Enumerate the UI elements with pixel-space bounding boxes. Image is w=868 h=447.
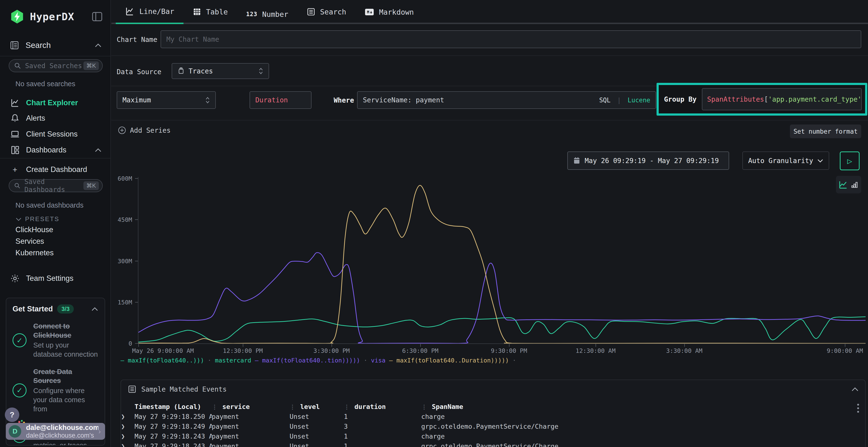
column-header-duration[interactable]: ⋮duration bbox=[344, 402, 421, 412]
column-resize-handle[interactable]: ⋮ bbox=[421, 404, 427, 410]
sidebar-item-client-sessions[interactable]: Client Sessions bbox=[10, 127, 102, 141]
table-row[interactable]: ❯May 27 9:29:18.250 AMpaymentUnset1charg… bbox=[121, 412, 858, 421]
tab-bar: Line/BarTable123NumberSearchMMarkdown bbox=[112, 0, 868, 24]
data-source-label: Data Source bbox=[117, 68, 161, 76]
lucene-label[interactable]: Lucene bbox=[628, 97, 650, 104]
x-tick-mark bbox=[138, 344, 139, 347]
column-header-label: service bbox=[222, 403, 250, 410]
help-label: ? bbox=[10, 410, 14, 419]
column-header-label: duration bbox=[354, 403, 386, 410]
chevron-up-icon[interactable] bbox=[94, 43, 102, 47]
chevron-up-icon[interactable] bbox=[91, 307, 98, 311]
chart-legend[interactable]: — maxIf(toFloat640..))) · mastercard — m… bbox=[121, 357, 520, 364]
sidebar-collapse-icon[interactable] bbox=[92, 11, 103, 22]
list-icon bbox=[307, 7, 315, 16]
run-query-button[interactable]: ▷ bbox=[840, 151, 860, 170]
tab-search[interactable]: Search bbox=[298, 0, 355, 23]
legend-item[interactable]: — maxIf(toFloat640..Duration))))) · bbox=[389, 357, 520, 364]
set-number-format-button[interactable]: Set number format bbox=[790, 125, 861, 138]
field-value: Duration bbox=[255, 96, 288, 104]
column-header-spanname[interactable]: ⋮SpanName bbox=[421, 402, 858, 412]
nav-label: Dashboards bbox=[26, 146, 66, 154]
row-expand-chevron[interactable]: ❯ bbox=[121, 441, 134, 447]
preset-clickhouse[interactable]: ClickHouse bbox=[16, 226, 53, 234]
column-header-level[interactable]: ⋮level bbox=[289, 402, 344, 412]
column-resize-handle[interactable]: ⋮ bbox=[212, 404, 217, 410]
tab-label: Number bbox=[262, 10, 288, 19]
x-tick-label: 6:30:00 PM bbox=[402, 347, 439, 354]
shortcut-badge: ⌘K bbox=[84, 181, 99, 190]
x-tick-label: 3:30:00 PM bbox=[313, 347, 350, 354]
presets-toggle[interactable]: PRESETS bbox=[16, 215, 59, 223]
expander-column bbox=[121, 402, 134, 412]
sidebar-item-dashboards[interactable]: Dashboards bbox=[10, 143, 102, 157]
cell-level: Unset bbox=[289, 431, 344, 441]
tab-table[interactable]: Table bbox=[184, 0, 237, 23]
tab-label: Line/Bar bbox=[140, 7, 174, 16]
tab-number[interactable]: 123Number bbox=[237, 3, 298, 26]
add-series-button[interactable]: Add Series bbox=[118, 126, 171, 134]
chart-name-label: Chart Name bbox=[117, 36, 157, 44]
tab-label: Markdown bbox=[379, 8, 414, 16]
table-row[interactable]: ❯May 27 9:29:18.243 AMpaymentUnset1grpc.… bbox=[121, 441, 858, 447]
aggregation-select[interactable]: Maximum bbox=[117, 91, 216, 109]
create-dashboard-button[interactable]: + Create Dashboard bbox=[10, 163, 102, 176]
help-button[interactable]: ? bbox=[5, 408, 19, 422]
row-expand-chevron[interactable]: ❯ bbox=[121, 412, 134, 421]
table-row[interactable]: ❯May 27 9:29:18.249 AMpaymentUnset3grpc.… bbox=[121, 421, 858, 431]
column-header-timestamp-local-[interactable]: Timestamp (Local) bbox=[134, 402, 212, 412]
saved-searches-input[interactable]: Saved Searches ⌘K bbox=[9, 59, 103, 72]
legend-separator: · bbox=[360, 357, 371, 364]
nav-label: Chart Explorer bbox=[26, 99, 78, 107]
check-circle-icon: ✓ bbox=[12, 333, 27, 347]
column-resize-handle[interactable]: ⋮ bbox=[289, 404, 296, 410]
kebab-menu-icon[interactable] bbox=[857, 403, 860, 413]
column-header-service[interactable]: ⋮service bbox=[212, 402, 289, 412]
data-source-select[interactable]: Traces bbox=[172, 63, 269, 79]
user-menu[interactable]: D dale@clickhouse.com dale@clickhouse.co… bbox=[6, 423, 105, 440]
field-input[interactable]: Duration bbox=[250, 91, 311, 109]
legend-item[interactable]: — maxIf(toFloat640..))) · mastercard bbox=[121, 357, 255, 364]
sidebar-section-search-label: Search bbox=[26, 41, 51, 50]
date-range-input[interactable]: May 26 09:29:19 - May 27 09:29:19 bbox=[567, 151, 729, 170]
chevron-up-icon[interactable] bbox=[851, 387, 859, 391]
y-tick-label: 0 bbox=[128, 340, 132, 347]
sidebar-item-alerts[interactable]: Alerts bbox=[10, 111, 102, 125]
sql-mode-toggle[interactable]: SQL | Lucene bbox=[599, 97, 650, 104]
granularity-select[interactable]: Auto Granularity bbox=[742, 151, 829, 170]
preset-services[interactable]: Services bbox=[16, 237, 44, 246]
x-tick-label: 9:30:00 PM bbox=[491, 347, 527, 354]
cell-duration: 1 bbox=[344, 412, 421, 421]
get-started-item[interactable]: ✓ Connect to ClickHouse Set up your data… bbox=[12, 322, 98, 359]
cell-spanname: charge bbox=[421, 412, 858, 421]
tab-markdown[interactable]: MMarkdown bbox=[355, 1, 423, 23]
get-started-item-subtitle: Set up your database connection bbox=[33, 341, 98, 359]
group-by-input[interactable]: SpanAttributes['app.payment.card_type'] bbox=[702, 88, 862, 110]
sidebar-item-chart-explorer[interactable]: Chart Explorer bbox=[10, 96, 102, 110]
get-started-item[interactable]: ✓ Create Data Sources Configure where yo… bbox=[12, 367, 98, 414]
row-expand-chevron[interactable]: ❯ bbox=[121, 421, 134, 431]
chart-name-input[interactable]: My Chart Name bbox=[161, 30, 861, 48]
preset-kubernetes[interactable]: Kubernetes bbox=[16, 248, 54, 257]
series-line-mastercard bbox=[138, 317, 866, 342]
sidebar-item-team-settings[interactable]: Team Settings bbox=[10, 271, 102, 286]
legend-separator: · bbox=[509, 357, 520, 364]
table-row[interactable]: ❯May 27 9:29:18.243 AMpaymentUnset1charg… bbox=[121, 431, 858, 441]
saved-dashboards-input[interactable]: Saved Dashboards ⌘K bbox=[9, 179, 103, 192]
sql-label[interactable]: SQL bbox=[599, 97, 611, 104]
tab-line-bar[interactable]: Line/Bar bbox=[116, 0, 184, 23]
x-tick-mark bbox=[845, 344, 845, 347]
chart-line-icon bbox=[10, 98, 20, 108]
sidebar-section-search[interactable]: Search bbox=[10, 40, 102, 50]
chevron-up-icon bbox=[94, 148, 102, 152]
num123-icon: 123 bbox=[246, 11, 257, 18]
row-expand-chevron[interactable]: ❯ bbox=[121, 431, 134, 441]
updown-chevron-icon bbox=[258, 67, 263, 75]
legend-item[interactable]: — maxIf(toFloat640..tion))))) · visa bbox=[255, 357, 389, 364]
chart-plot-area[interactable] bbox=[138, 178, 866, 343]
legend-separator: · bbox=[204, 357, 215, 364]
nav-label: Client Sessions bbox=[26, 130, 78, 138]
get-started-item-title: Connect to ClickHouse bbox=[33, 322, 71, 339]
where-input[interactable]: ServiceName: payment SQL | Lucene bbox=[357, 91, 656, 109]
column-resize-handle[interactable]: ⋮ bbox=[344, 404, 350, 410]
